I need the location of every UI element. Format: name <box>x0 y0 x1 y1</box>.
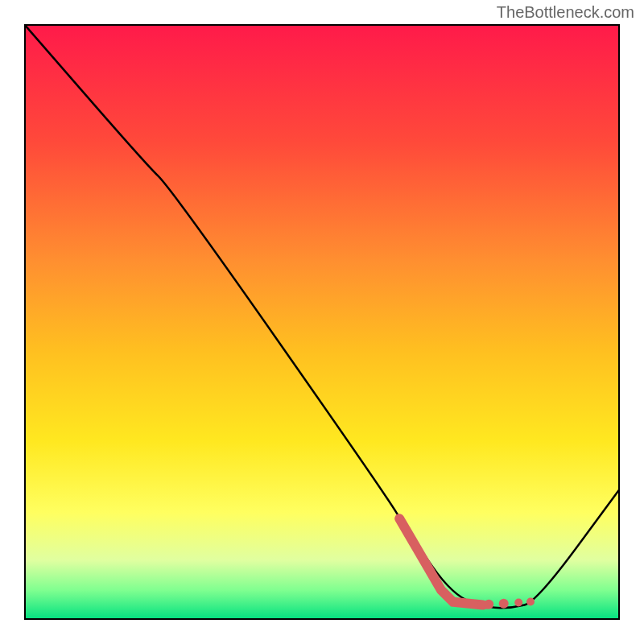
svg-point-2 <box>499 599 509 609</box>
gradient-background <box>24 24 620 620</box>
svg-point-1 <box>484 600 493 609</box>
watermark-text: TheBottleneck.com <box>497 3 634 22</box>
chart-area <box>24 24 620 620</box>
svg-point-4 <box>526 597 535 605</box>
svg-point-3 <box>514 599 522 607</box>
chart-svg <box>24 24 620 620</box>
